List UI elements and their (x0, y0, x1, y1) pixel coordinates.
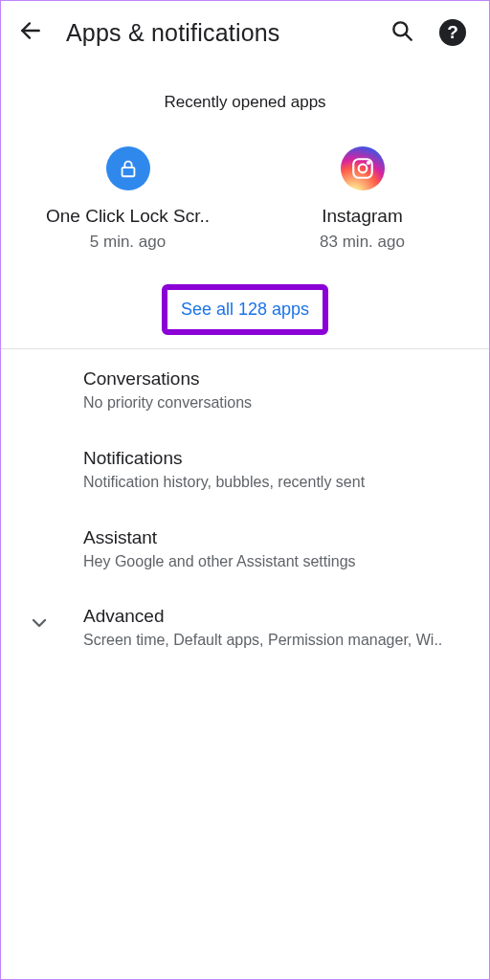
setting-subtitle: Hey Google and other Assistant settings (83, 552, 466, 572)
setting-title: Conversations (83, 368, 466, 390)
setting-subtitle: Screen time, Default apps, Permission ma… (83, 631, 466, 651)
setting-title: Assistant (83, 527, 466, 548)
see-all-container: See all 128 apps (1, 284, 489, 348)
instagram-icon (341, 146, 385, 190)
app-name: Instagram (322, 206, 402, 227)
recent-app-one-click-lock[interactable]: One Click Lock Scr.. 5 min. ago (11, 146, 245, 252)
recent-apps-label: Recently opened apps (1, 93, 489, 112)
setting-advanced[interactable]: Advanced Screen time, Default apps, Perm… (1, 589, 489, 668)
svg-line-2 (405, 33, 411, 39)
setting-conversations[interactable]: Conversations No priority conversations (1, 351, 489, 431)
page-title: Apps & notifications (66, 19, 367, 47)
setting-title: Notifications (83, 448, 466, 469)
setting-subtitle: No priority conversations (83, 393, 466, 413)
setting-subtitle: Notification history, bubbles, recently … (83, 473, 466, 493)
app-time: 83 min. ago (320, 233, 405, 252)
svg-point-6 (367, 162, 368, 164)
app-bar: Apps & notifications ? (1, 1, 489, 56)
settings-list: Conversations No priority conversations … (1, 349, 489, 670)
back-icon[interactable] (18, 18, 43, 47)
svg-point-5 (358, 165, 367, 173)
lock-icon (106, 146, 150, 190)
header-actions: ? (390, 18, 466, 47)
see-all-apps-button[interactable]: See all 128 apps (162, 284, 328, 335)
chevron-down-icon (28, 612, 51, 638)
recent-apps-grid: One Click Lock Scr.. 5 min. ago Instagra… (1, 146, 489, 252)
app-time: 5 min. ago (90, 233, 166, 252)
recent-app-instagram[interactable]: Instagram 83 min. ago (245, 146, 479, 252)
setting-title: Advanced (83, 606, 466, 627)
help-icon[interactable]: ? (439, 19, 466, 46)
setting-notifications[interactable]: Notifications Notification history, bubb… (1, 431, 489, 510)
setting-assistant[interactable]: Assistant Hey Google and other Assistant… (1, 510, 489, 590)
search-icon[interactable] (390, 18, 414, 47)
svg-rect-3 (122, 167, 134, 176)
app-name: One Click Lock Scr.. (46, 206, 210, 227)
